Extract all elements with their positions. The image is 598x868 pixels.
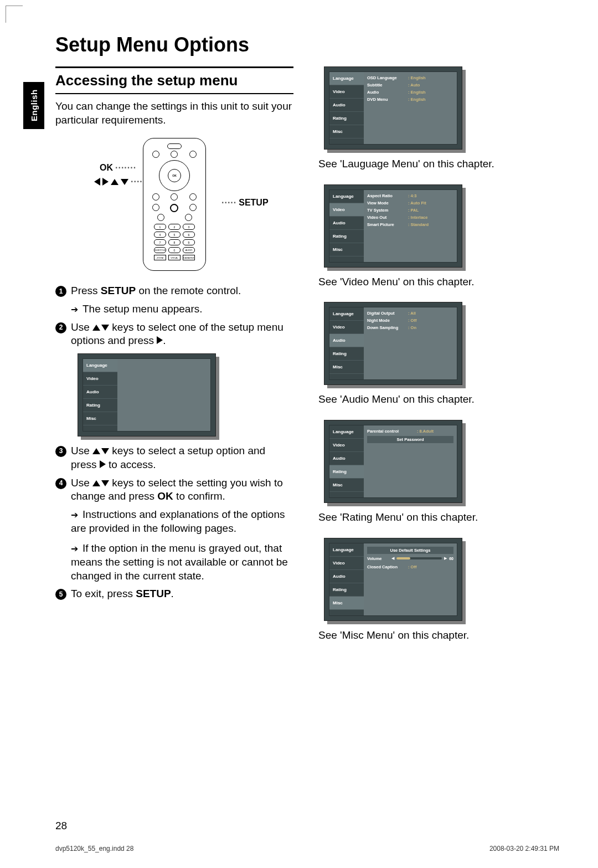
osd-rating: Language Video Audio Rating Misc Parenta… <box>324 420 462 503</box>
step-2: 2 Use keys to select one of the setup me… <box>55 321 293 348</box>
ref-audio: See 'Audio Menu' on this chapter. <box>318 393 556 407</box>
osd-tab: Rating <box>329 347 364 361</box>
osd-tab: Language <box>329 307 364 321</box>
osd-tab-audio: Audio <box>83 386 117 399</box>
left-column: Accessing the setup menu You can change … <box>55 66 293 655</box>
osd-tab: Audio <box>329 99 364 112</box>
osd-tab: Audio <box>329 217 364 230</box>
step-3: 3 Use keys to select a setup option and … <box>55 444 293 471</box>
bullet-2: 2 <box>55 322 66 333</box>
bullet-5: 5 <box>55 589 66 600</box>
remote-illustration: OK······· ···· ·····SETUP OK 123 <box>55 138 293 271</box>
footer-path: dvp5120k_55_eng.indd 28 <box>55 845 133 852</box>
callout-arrows: ···· <box>94 177 143 187</box>
osd-tab: Video <box>329 557 364 570</box>
ref-rating: See 'Rating Menu' on this chapter. <box>318 511 556 525</box>
osd-tab: Video <box>329 85 364 99</box>
step-5: 5 To exit, press SETUP. <box>55 587 293 601</box>
osd-tab: Rating <box>329 112 364 125</box>
step-4-sub2: If the option in the menu is grayed out,… <box>55 542 293 583</box>
page-title: Setup Menu Options <box>55 33 559 57</box>
osd-tab: Video <box>329 321 364 334</box>
callout-setup: ·····SETUP <box>221 198 269 208</box>
osd-tab: Language <box>329 425 364 439</box>
osd-tab-language: Language <box>83 359 117 372</box>
osd-tab: Video <box>329 203 364 217</box>
osd-basic: Language Video Audio Rating Misc <box>78 353 216 436</box>
section-heading: Accessing the setup menu <box>55 70 293 91</box>
bullet-4: 4 <box>55 478 66 489</box>
footer-date: 2008-03-20 2:49:31 PM <box>489 845 559 852</box>
osd-video: Language Video Audio Rating Misc Aspect … <box>324 184 462 268</box>
osd-tab: Language <box>329 72 364 85</box>
step-4: 4 Use keys to select the setting you wis… <box>55 476 293 504</box>
intro-text: You can change the settings in this unit… <box>55 100 293 127</box>
osd-tab-misc: Misc <box>83 412 117 425</box>
osd-tab: Video <box>329 439 364 452</box>
osd-tab: Misc <box>329 361 364 374</box>
osd-tab: Rating <box>329 465 364 479</box>
manual-page: English Setup Menu Options Accessing the… <box>0 0 598 868</box>
language-tab: English <box>23 82 44 129</box>
osd-language: Language Video Audio Rating Misc OSD Lan… <box>324 66 462 150</box>
osd-tab: Language <box>329 543 364 557</box>
set-password-bar: Set Password <box>367 436 453 443</box>
osd-tab: Audio <box>329 570 364 583</box>
right-column: Language Video Audio Rating Misc OSD Lan… <box>318 66 556 655</box>
osd-tab: Misc <box>329 125 364 138</box>
osd-tab: Rating <box>329 583 364 597</box>
osd-tab: Audio <box>329 334 364 347</box>
step-1: 1 Press SETUP on the remote control. <box>55 284 293 298</box>
osd-tab: Audio <box>329 452 364 465</box>
page-number: 28 <box>55 820 67 832</box>
callout-ok: OK······· <box>100 163 136 173</box>
osd-tab: Misc <box>329 479 364 492</box>
bullet-3: 3 <box>55 446 66 457</box>
bullet-1: 1 <box>55 286 66 297</box>
osd-tab: Misc <box>329 243 364 256</box>
osd-tab: Rating <box>329 230 364 243</box>
osd-tab: Language <box>329 190 364 203</box>
ref-misc: See 'Misc Menu' on this chapter. <box>318 629 556 643</box>
osd-tab-video: Video <box>83 372 117 386</box>
osd-audio: Language Video Audio Rating Misc Digital… <box>324 302 462 385</box>
osd-misc: Language Video Audio Rating Misc Use Def… <box>324 538 462 621</box>
step-4-sub1: Instructions and explanations of the opt… <box>55 508 293 535</box>
osd-tab: Misc <box>329 597 364 610</box>
osd-tab-rating: Rating <box>83 399 117 412</box>
step-1-sub: The setup menu appears. <box>55 302 293 316</box>
volume-slider: Volume ◀ ▶ 60 <box>367 556 453 561</box>
ref-language: See 'Lauguage Menu' on this chapter. <box>318 157 556 171</box>
ref-video: See 'Video Menu' on this chapter. <box>318 275 556 289</box>
osd-tabs: Language Video Audio Rating Misc <box>83 359 117 431</box>
crop-mark <box>6 6 23 23</box>
use-default-bar: Use Default Settings <box>367 547 453 554</box>
